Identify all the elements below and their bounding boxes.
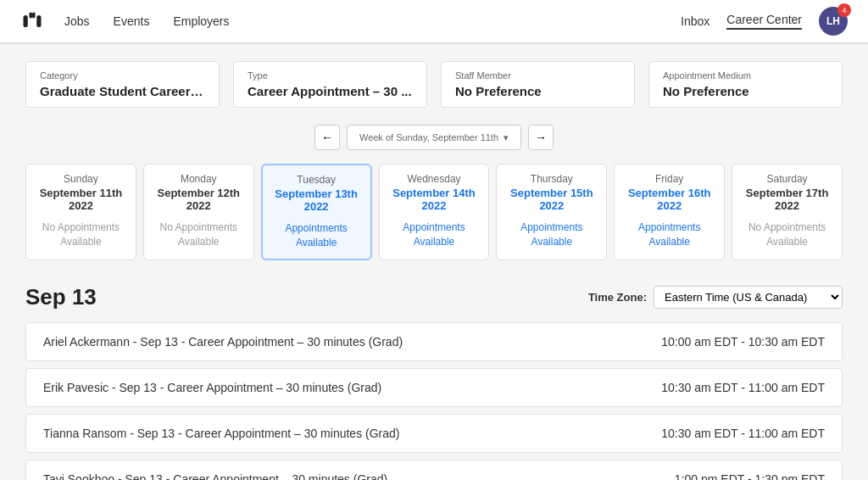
day-card-0[interactable]: Sunday September 11th 2022 No Appointmen… <box>25 164 136 260</box>
appointments-date-title: Sep 13 <box>25 284 97 310</box>
day-date-4: September 15th 2022 <box>502 187 601 212</box>
day-avail-1: No AppointmentsAvailable <box>160 220 237 249</box>
jobs-link[interactable]: Jobs <box>61 1 93 42</box>
day-date-0: September 11th 2022 <box>31 187 131 212</box>
day-name-5: Friday <box>655 173 683 185</box>
day-date-3: September 14th 2022 <box>385 187 484 212</box>
day-date-1: September 12th 2022 <box>149 187 248 212</box>
filter-label-1: Type <box>248 70 413 81</box>
day-cards: Sunday September 11th 2022 No Appointmen… <box>25 164 843 260</box>
svg-rect-2 <box>30 13 33 19</box>
week-label-text: Week of Sunday, September 11th <box>359 132 498 142</box>
day-name-6: Saturday <box>767 173 808 185</box>
appointment-row-1[interactable]: Erik Pavesic - Sep 13 - Career Appointme… <box>25 368 843 407</box>
filter-value-3: No Preference <box>663 84 828 98</box>
handshake-icon <box>20 9 44 33</box>
appointment-list: Ariel Ackermann - Sep 13 - Career Appoin… <box>25 322 843 480</box>
day-card-3[interactable]: Wednesday September 14th 2022 Appointmen… <box>379 164 490 260</box>
appt-name-2: Tianna Ransom - Sep 13 - Career Appointm… <box>43 427 399 440</box>
day-card-4[interactable]: Thursday September 15th 2022 Appointment… <box>496 164 607 260</box>
appt-time-3: 1:00 pm EDT - 1:30 pm EDT <box>675 472 825 480</box>
day-name-1: Monday <box>181 173 217 185</box>
filter-value-0: Graduate Student Career A... <box>40 84 205 98</box>
day-card-1[interactable]: Monday September 12th 2022 No Appointmen… <box>143 164 254 260</box>
day-name-0: Sunday <box>64 173 98 185</box>
navbar-right: Inbox Career Center LH 4 <box>681 7 848 36</box>
career-center-link[interactable]: Career Center <box>726 13 802 30</box>
week-nav: ← Week of Sunday, September 11th ▾ → <box>25 125 843 150</box>
appt-name-0: Ariel Ackermann - Sep 13 - Career Appoin… <box>43 335 403 349</box>
prev-week-button[interactable]: ← <box>314 125 340 150</box>
appt-time-2: 10:30 am EDT - 11:00 am EDT <box>661 427 825 440</box>
avatar-badge[interactable]: LH 4 <box>819 7 848 36</box>
day-name-2: Tuesday <box>297 174 336 186</box>
filter-card-1[interactable]: Type Career Appointment – 30 ... <box>233 61 427 108</box>
day-date-2: September 13th 2022 <box>268 187 365 213</box>
nav-links: Jobs Events Employers <box>61 1 233 42</box>
timezone-row: Time Zone: Eastern Time (US & Canada) <box>588 286 843 309</box>
day-name-3: Wednesday <box>407 173 460 185</box>
filter-value-1: Career Appointment – 30 ... <box>248 84 413 98</box>
timezone-label: Time Zone: <box>588 291 647 304</box>
appointment-row-3[interactable]: Tavi Sookhoo - Sep 13 - Career Appointme… <box>25 460 843 480</box>
day-avail-5: AppointmentsAvailable <box>638 220 700 249</box>
next-week-button[interactable]: → <box>528 125 554 150</box>
appt-name-1: Erik Pavesic - Sep 13 - Career Appointme… <box>43 381 381 394</box>
appt-time-1: 10:30 am EDT - 11:00 am EDT <box>661 381 825 394</box>
week-chevron-icon: ▾ <box>504 132 509 143</box>
day-avail-2: AppointmentsAvailable <box>285 221 347 250</box>
employers-link[interactable]: Employers <box>170 1 232 42</box>
svg-rect-0 <box>24 15 28 27</box>
appointment-row-0[interactable]: Ariel Ackermann - Sep 13 - Career Appoin… <box>25 322 843 361</box>
week-label[interactable]: Week of Sunday, September 11th ▾ <box>347 125 521 150</box>
appointment-row-2[interactable]: Tianna Ransom - Sep 13 - Career Appointm… <box>25 414 843 453</box>
day-name-4: Thursday <box>531 173 573 185</box>
svg-rect-1 <box>36 15 41 27</box>
day-avail-6: No AppointmentsAvailable <box>748 220 826 249</box>
appointments-header: Sep 13 Time Zone: Eastern Time (US & Can… <box>25 284 843 310</box>
filter-row: Category Graduate Student Career A... Ty… <box>25 61 843 108</box>
day-card-2[interactable]: Tuesday September 13th 2022 Appointments… <box>261 164 372 260</box>
timezone-select[interactable]: Eastern Time (US & Canada) <box>654 286 843 309</box>
day-date-5: September 16th 2022 <box>620 187 719 212</box>
appt-name-3: Tavi Sookhoo - Sep 13 - Career Appointme… <box>43 472 387 480</box>
svg-rect-3 <box>32 13 36 19</box>
day-avail-3: AppointmentsAvailable <box>403 220 465 249</box>
navbar: Jobs Events Employers Inbox Career Cente… <box>0 0 868 44</box>
day-card-6[interactable]: Saturday September 17th 2022 No Appointm… <box>732 164 843 260</box>
day-avail-0: No AppointmentsAvailable <box>42 220 120 249</box>
filter-card-0[interactable]: Category Graduate Student Career A... <box>25 61 220 108</box>
filter-card-3[interactable]: Appointment Medium No Preference <box>648 61 843 108</box>
filter-label-0: Category <box>40 70 205 81</box>
events-link[interactable]: Events <box>110 1 153 42</box>
filter-label-2: Staff Member <box>455 70 620 81</box>
appt-time-0: 10:00 am EDT - 10:30 am EDT <box>661 335 825 349</box>
day-card-5[interactable]: Friday September 16th 2022 AppointmentsA… <box>614 164 725 260</box>
day-date-6: September 17th 2022 <box>737 187 837 212</box>
main-content: Category Graduate Student Career A... Ty… <box>0 44 868 480</box>
notification-badge: 4 <box>837 3 851 17</box>
filter-card-2[interactable]: Staff Member No Preference <box>441 61 635 108</box>
day-avail-4: AppointmentsAvailable <box>520 220 582 249</box>
filter-label-3: Appointment Medium <box>663 70 828 81</box>
inbox-link[interactable]: Inbox <box>681 14 709 28</box>
filter-value-2: No Preference <box>455 84 620 98</box>
logo[interactable] <box>20 9 44 33</box>
